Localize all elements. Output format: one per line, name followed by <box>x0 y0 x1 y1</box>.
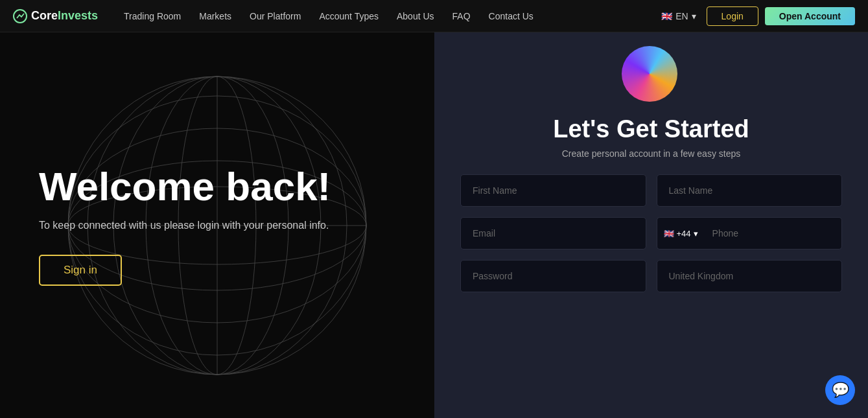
rocket-icon-container: 🚀 <box>624 48 679 104</box>
nav-markets[interactable]: Markets <box>199 11 231 21</box>
form-title: Let's Get Started <box>553 115 749 143</box>
welcome-title: Welcome back! <box>39 165 331 209</box>
logo-core: Core <box>31 9 58 23</box>
language-selector[interactable]: 🇬🇧 EN ▾ <box>661 11 696 21</box>
left-panel: Welcome back! To keep connected with us … <box>0 32 434 418</box>
main-content: Welcome back! To keep connected with us … <box>0 32 868 418</box>
phone-code-value: +44 <box>677 229 691 238</box>
nav-contact-us[interactable]: Contact Us <box>489 11 534 21</box>
chevron-down-icon: ▾ <box>692 11 696 21</box>
right-panel: 🚀 Let's Get Started Create personal acco… <box>434 32 868 418</box>
rocket-ring <box>622 46 677 102</box>
registration-form: 🇬🇧 +44 ▾ <box>460 174 842 292</box>
country-input[interactable] <box>657 260 843 292</box>
navbar: CoreInvests Trading Room Markets Our Pla… <box>0 0 868 32</box>
signin-button[interactable]: Sign in <box>39 255 122 286</box>
logo[interactable]: CoreInvests <box>13 9 98 23</box>
nav-actions: Login Open Account <box>707 6 855 26</box>
chat-bubble-button[interactable]: 💬 <box>825 375 855 405</box>
nav-faq[interactable]: FAQ <box>452 11 471 21</box>
login-button[interactable]: Login <box>707 6 758 26</box>
chat-icon: 💬 <box>832 382 849 399</box>
last-name-input[interactable] <box>657 174 843 207</box>
welcome-subtitle: To keep connected with us please login w… <box>39 220 329 231</box>
lang-flag: 🇬🇧 <box>661 11 672 21</box>
open-account-button[interactable]: Open Account <box>765 7 855 25</box>
password-input[interactable] <box>460 260 646 292</box>
logo-icon <box>13 9 27 23</box>
phone-group: 🇬🇧 +44 ▾ <box>657 217 843 250</box>
nav-our-platform[interactable]: Our Platform <box>250 11 301 21</box>
nav-links: Trading Room Markets Our Platform Accoun… <box>124 11 661 21</box>
form-subtitle: Create personal account in a few easy st… <box>562 148 741 159</box>
nav-about-us[interactable]: About Us <box>397 11 434 21</box>
chevron-down-icon: ▾ <box>694 229 698 238</box>
lang-code: EN <box>675 11 688 21</box>
first-name-input[interactable] <box>460 174 646 207</box>
logo-invests: Invests <box>58 9 98 23</box>
nav-account-types[interactable]: Account Types <box>319 11 379 21</box>
phone-flag: 🇬🇧 <box>664 229 674 238</box>
nav-trading-room[interactable]: Trading Room <box>124 11 181 21</box>
phone-code-selector[interactable]: 🇬🇧 +44 ▾ <box>657 217 705 250</box>
email-input[interactable] <box>460 217 646 250</box>
phone-input[interactable] <box>705 217 842 250</box>
